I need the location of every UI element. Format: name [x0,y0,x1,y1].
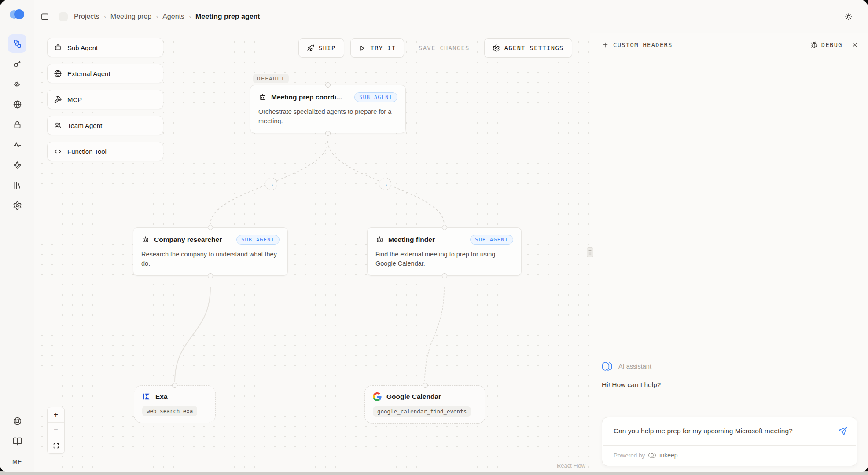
palette-item-external-agent[interactable]: External Agent [47,64,163,83]
exa-logo [142,392,151,401]
fit-view-icon [53,442,59,449]
debug-button[interactable]: DEBUG [811,41,842,48]
node-handle-bottom[interactable] [325,131,331,136]
agent-settings-button[interactable]: AGENT SETTINGS [484,38,572,58]
life-buoy-icon [13,417,22,426]
node-company-researcher[interactable]: Company researcher SUB AGENT Research th… [133,227,288,276]
node-handle-top[interactable] [325,82,331,88]
inkeep-logo [10,9,25,20]
sidebar-item-graph[interactable] [8,34,26,53]
breadcrumb-skeleton [59,12,68,21]
inkeep-logo-outline [648,452,656,459]
theme-toggle-button[interactable] [841,9,857,25]
try-it-button[interactable]: TRY IT [350,38,405,58]
sidebar-item-settings[interactable] [8,196,26,215]
fit-view-button[interactable] [48,438,64,453]
lock-icon [13,120,22,129]
node-handle-top[interactable] [423,383,428,388]
ship-label: SHIP [319,44,336,51]
gear-icon [13,201,22,210]
tool-function-pill: google_calendar_find_events [373,406,471,417]
play-icon [359,44,366,52]
code-icon [54,147,62,156]
node-exa-tool[interactable]: Exa web_search_exa [134,385,216,423]
agent-settings-label: AGENT SETTINGS [504,44,564,51]
flow-canvas[interactable]: → → Sub Agent External Agent MCP Team Ag… [34,33,590,472]
inkeep-brand[interactable]: inkeep [659,452,677,459]
edge-arrow-marker[interactable]: → [379,178,391,190]
breadcrumb-item-agents[interactable]: Agents [162,13,184,21]
sidebar-toggle-button[interactable] [37,9,53,25]
palette-item-function-tool[interactable]: Function Tool [47,142,163,161]
assistant-name: AI assistant [618,363,651,370]
ship-button[interactable]: SHIP [298,38,344,58]
try-it-label: TRY IT [371,44,396,51]
sidebar-item-external[interactable] [8,95,26,113]
edge-arrow-marker[interactable]: → [265,178,277,190]
default-relation-tag: DEFAULT [253,74,289,83]
custom-headers-button[interactable]: CUSTOM HEADERS [602,41,673,48]
bot-icon [54,44,62,52]
node-google-calendar-tool[interactable]: Google Calendar google_calendar_find_eve… [364,385,485,424]
breadcrumb-item-projects[interactable]: Projects [74,13,99,21]
bot-icon [141,236,150,244]
node-description: Orchestrate specialized agents to prepar… [258,107,397,126]
activity-icon [13,140,22,150]
chat-area: AI assistant Hi! How can I help? Can you… [590,56,868,472]
sidebar-item-credentials[interactable] [8,115,26,134]
palette-item-sub-agent[interactable]: Sub Agent [47,38,163,57]
node-handle-bottom[interactable] [208,273,213,278]
tool-title: Google Calendar [386,393,441,401]
palette-item-mcp[interactable]: MCP [47,90,163,109]
palette-item-label: MCP [67,96,82,103]
node-meeting-finder[interactable]: Meeting finder SUB AGENT Find the extern… [367,227,522,276]
assistant-header: AI assistant [602,362,857,371]
help-button[interactable] [8,412,26,430]
sidebar-item-library[interactable] [8,176,26,194]
node-handle-bottom[interactable] [442,273,447,278]
palette-item-label: Function Tool [67,148,107,155]
node-description: Find the external meeting to prep for us… [375,250,513,268]
breadcrumb-separator: › [156,13,158,20]
save-changes-button[interactable]: SAVE CHANGES [410,38,478,58]
diamond-shapes-icon [13,161,22,170]
sun-icon [844,12,853,21]
save-changes-label: SAVE CHANGES [419,44,470,51]
sidebar-item-activity[interactable] [8,135,26,154]
react-flow-attribution[interactable]: React Flow [557,462,585,469]
icon-rail: ME [0,0,34,472]
breadcrumb-item-meeting-prep[interactable]: Meeting prep [110,13,151,21]
palette-item-team-agent[interactable]: Team Agent [47,116,163,135]
assistant-greeting: Hi! How can I help? [602,381,857,389]
send-button[interactable] [837,426,848,438]
bot-icon [258,93,267,102]
hammer-icon [54,95,62,104]
node-handle-top[interactable] [442,225,447,230]
zoom-out-button[interactable]: − [48,423,64,438]
rocket-icon [307,44,314,52]
zoom-controls: + − [47,407,65,454]
powered-by: Powered by inkeep [602,446,857,466]
powered-by-label: Powered by [614,452,645,459]
canvas-toolbar: SHIP TRY IT SAVE CHANGES AGENT SETTINGS [298,38,572,58]
google-logo [373,392,382,401]
zoom-in-button[interactable]: + [48,407,64,423]
close-panel-button[interactable] [851,41,858,48]
panel-resize-handle[interactable] [587,247,593,257]
book-open-icon [13,437,22,446]
node-handle-top[interactable] [172,383,177,388]
grip-icon [588,249,592,255]
docs-button[interactable] [8,432,26,450]
right-panel-header: CUSTOM HEADERS DEBUG [590,33,868,56]
chat-input[interactable]: Can you help me prep for my upcoming Mic… [614,426,833,436]
globe-icon [54,69,62,78]
node-handle-top[interactable] [208,225,213,230]
node-meeting-prep-coordinator[interactable]: Meeting prep coordi... SUB AGENT Orchest… [250,85,406,133]
user-avatar[interactable]: ME [12,458,22,465]
globe-icon [13,100,22,109]
sidebar-item-keys[interactable] [8,55,26,73]
scribble-icon [13,80,22,89]
sidebar-item-components[interactable] [8,156,26,174]
breadcrumb-separator: › [189,13,191,20]
sidebar-item-traces[interactable] [8,75,26,93]
